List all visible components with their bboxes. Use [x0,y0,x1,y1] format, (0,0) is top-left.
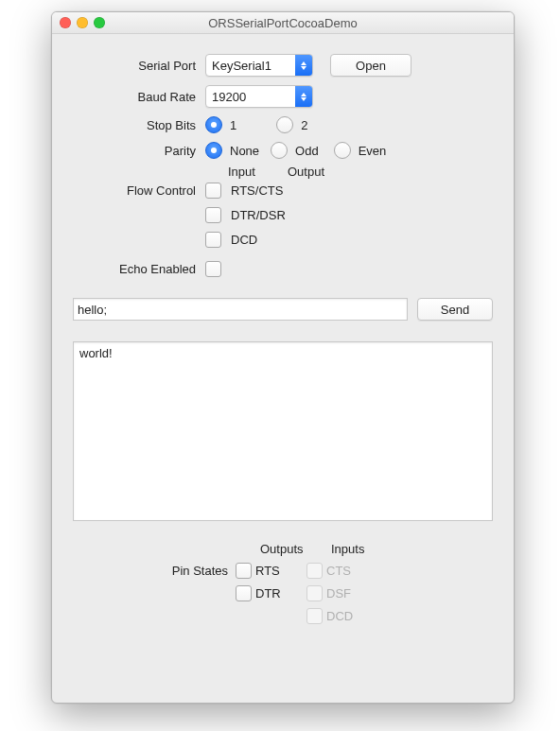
flow-header-output: Output [288,165,330,179]
flow-dtrdsr-label: DTR/DSR [231,208,286,222]
baud-rate-select[interactable]: 19200 [205,85,313,108]
flow-dtrdsr-checkbox[interactable] [205,207,221,223]
stop-bits-1-label: 1 [230,118,236,132]
titlebar[interactable]: ORSSerialPortCocoaDemo [52,12,514,34]
flow-dcd-checkbox[interactable] [205,232,221,248]
app-window: ORSSerialPortCocoaDemo Serial Port KeySe… [51,11,515,704]
pin-dtr-checkbox[interactable] [236,585,252,601]
pin-header-inputs: Inputs [331,542,383,556]
pin-dtr-label: DTR [255,586,281,600]
pin-cts-label: CTS [326,564,351,578]
echo-enabled-checkbox[interactable] [205,261,221,277]
close-icon[interactable] [60,17,71,28]
serial-port-label: Serial Port [73,59,200,73]
pin-rts-label: RTS [255,564,280,578]
open-button[interactable]: Open [330,54,411,77]
flow-dcd-label: DCD [231,233,257,247]
send-input-value: hello; [78,303,107,317]
pin-cts-checkbox [306,563,323,579]
pin-states-label: Pin States [73,564,236,578]
flow-rtscts-checkbox[interactable] [205,183,221,199]
pin-header-outputs: Outputs [260,542,312,556]
serial-port-select[interactable]: KeySerial1 [205,54,313,77]
parity-none-label: None [230,144,259,158]
stop-bits-2-radio[interactable] [276,116,293,133]
send-input[interactable]: hello; [73,298,408,321]
chevron-updown-icon [295,55,312,76]
flow-header-input: Input [228,165,271,179]
zoom-icon[interactable] [94,17,105,28]
output-text: world! [79,346,113,360]
pin-rts-checkbox[interactable] [236,563,252,579]
stop-bits-label: Stop Bits [73,118,200,132]
output-textarea[interactable]: world! [73,341,493,521]
baud-rate-value: 19200 [206,90,295,104]
serial-port-value: KeySerial1 [206,59,295,73]
echo-enabled-label: Echo Enabled [73,262,200,276]
baud-rate-label: Baud Rate [73,90,200,104]
parity-odd-label: Odd [295,144,319,158]
pin-dsf-checkbox [306,585,323,601]
flow-control-label: Flow Control [73,183,200,198]
parity-none-radio[interactable] [205,142,222,159]
parity-even-radio[interactable] [334,142,351,159]
stop-bits-1-radio[interactable] [205,116,222,133]
parity-even-label: Even [359,144,387,158]
send-button[interactable]: Send [417,298,493,321]
window-title: ORSSerialPortCocoaDemo [52,16,514,30]
pin-dcd-label: DCD [326,609,353,623]
parity-odd-radio[interactable] [271,142,288,159]
pin-dsf-label: DSF [326,586,351,600]
flow-rtscts-label: RTS/CTS [231,183,283,198]
pin-dcd-checkbox [306,608,323,624]
minimize-icon[interactable] [77,17,88,28]
stop-bits-2-label: 2 [301,118,307,132]
chevron-updown-icon [295,86,312,107]
parity-label: Parity [73,144,200,158]
